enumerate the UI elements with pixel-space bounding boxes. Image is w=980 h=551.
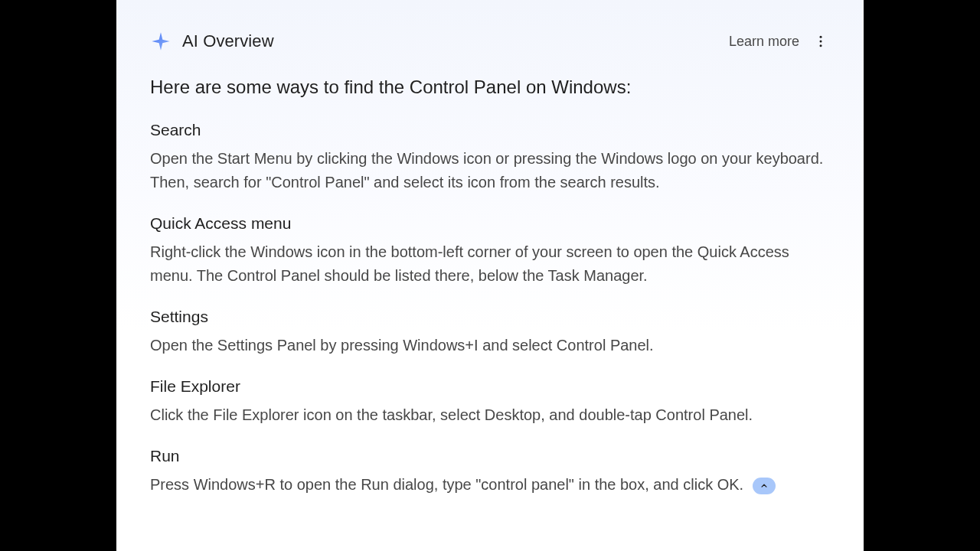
letterbox-left [0, 0, 116, 551]
method-title: Quick Access menu [150, 214, 830, 233]
method-body: Open the Settings Panel by pressing Wind… [150, 334, 830, 357]
method-settings: Settings Open the Settings Panel by pres… [150, 308, 830, 357]
intro-text: Here are some ways to find the Control P… [150, 75, 830, 99]
method-body: Click the File Explorer icon on the task… [150, 403, 830, 427]
learn-more-link[interactable]: Learn more [729, 34, 799, 50]
method-body: Press Windows+R to open the Run dialog, … [150, 476, 743, 493]
sparkle-icon [150, 31, 172, 52]
method-title: File Explorer [150, 377, 830, 396]
ai-overview-title: AI Overview [182, 31, 274, 51]
chevron-up-icon [759, 481, 769, 491]
svg-point-0 [820, 36, 822, 38]
method-title: Settings [150, 308, 830, 326]
method-body: Right-click the Windows icon in the bott… [150, 240, 830, 288]
method-title: Search [150, 121, 830, 139]
ai-overview-header: AI Overview Learn more [150, 31, 830, 52]
method-body-wrap: Press Windows+R to open the Run dialog, … [150, 473, 830, 497]
svg-point-1 [820, 41, 822, 43]
method-body: Open the Start Menu by clicking the Wind… [150, 147, 830, 194]
method-search: Search Open the Start Menu by clicking t… [150, 121, 830, 194]
ai-overview-panel: AI Overview Learn more Here are some way… [116, 0, 864, 551]
more-vert-icon [813, 34, 828, 49]
title-group: AI Overview [150, 31, 274, 52]
method-run: Run Press Windows+R to open the Run dial… [150, 447, 830, 497]
header-actions: Learn more [729, 32, 830, 51]
collapse-button[interactable] [753, 478, 776, 494]
svg-point-2 [820, 44, 822, 47]
letterbox-right [864, 0, 980, 551]
more-menu-button[interactable] [812, 32, 830, 51]
method-file-explorer: File Explorer Click the File Explorer ic… [150, 377, 830, 427]
method-title: Run [150, 447, 830, 465]
method-quick-access: Quick Access menu Right-click the Window… [150, 214, 830, 288]
